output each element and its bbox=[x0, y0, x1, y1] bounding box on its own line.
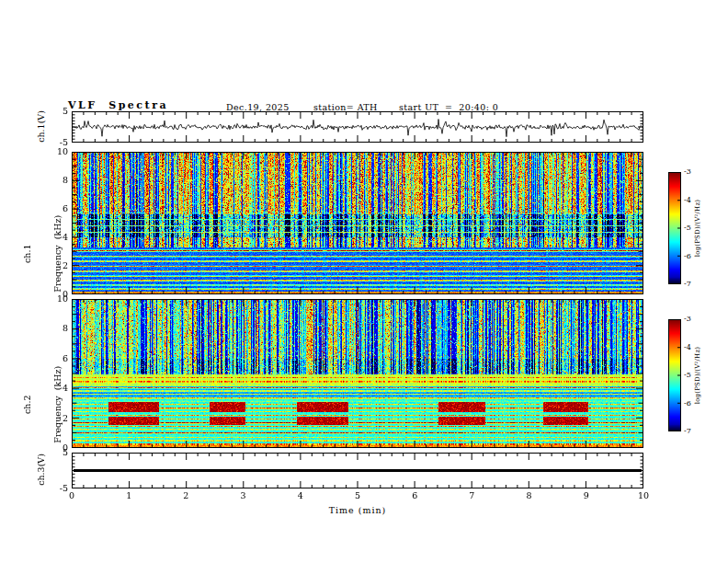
ch1-voltage-axis-label: ch.1(V) bbox=[37, 98, 47, 154]
x-tick-label: 3 bbox=[236, 491, 251, 500]
y-tick-label: 10 bbox=[48, 294, 68, 304]
x-tick-label: 5 bbox=[350, 491, 365, 500]
y-tick-label: 4 bbox=[48, 233, 68, 242]
y-tick-label: 6 bbox=[48, 354, 68, 363]
ch2-frequency-axis-label-line1: ch.2 bbox=[23, 349, 33, 461]
y-tick-label: 5 bbox=[48, 448, 68, 457]
x-tick-label: 2 bbox=[178, 491, 193, 500]
y-tick-label: -5 bbox=[48, 138, 68, 147]
figure-title: VLF Spectra bbox=[68, 99, 168, 111]
x-tick-label: 10 bbox=[636, 491, 651, 500]
y-tick-label: 8 bbox=[48, 324, 68, 333]
x-tick-label: 9 bbox=[579, 491, 594, 500]
y-tick-label: 5 bbox=[48, 107, 68, 116]
colorbar-ch1 bbox=[668, 172, 681, 284]
colorbar-tick-label: -5 bbox=[684, 372, 702, 379]
colorbar-tick-label: -3 bbox=[684, 168, 702, 176]
ch3-waveform-plot bbox=[72, 453, 643, 488]
vlf-spectra-figure: VLF Spectra Dec.19, 2025 station= ATH st… bbox=[0, 0, 728, 563]
colorbar-tick-label: -7 bbox=[684, 281, 702, 288]
y-tick-label: 8 bbox=[48, 176, 68, 185]
y-tick-label: -5 bbox=[48, 484, 68, 493]
colorbar-tick-label: -6 bbox=[684, 400, 702, 408]
ch1-spectrogram bbox=[72, 152, 643, 294]
colorbar-ch2 bbox=[668, 319, 681, 431]
colorbar-tick-label: -7 bbox=[684, 428, 702, 435]
ch2-spectrogram bbox=[72, 299, 643, 448]
ch1-waveform-plot bbox=[72, 111, 643, 143]
time-axis-label: Time (min) bbox=[72, 505, 643, 515]
ch1-frequency-axis-label-line1: ch.1 bbox=[23, 198, 33, 310]
y-tick-label: 2 bbox=[48, 261, 68, 270]
ch1-frequency-axis-label: ch.1 Frequency (kHz) bbox=[3, 198, 83, 310]
colorbar-tick-label: -4 bbox=[684, 344, 702, 351]
y-tick-label: 10 bbox=[48, 147, 68, 156]
colorbar-tick-label: -4 bbox=[684, 197, 702, 204]
x-tick-label: 7 bbox=[464, 491, 479, 500]
x-tick-label: 1 bbox=[121, 491, 136, 500]
colorbar-tick-label: -3 bbox=[684, 316, 702, 323]
colorbar-tick-label: -6 bbox=[684, 253, 702, 260]
x-tick-label: 6 bbox=[407, 491, 422, 500]
y-tick-label: 4 bbox=[48, 384, 68, 393]
colorbar-tick-label: -5 bbox=[684, 224, 702, 232]
y-tick-label: 2 bbox=[48, 414, 68, 423]
x-tick-label: 4 bbox=[293, 491, 308, 500]
x-tick-label: 8 bbox=[522, 491, 537, 500]
ch3-voltage-axis-label: ch.3(V) bbox=[37, 442, 47, 497]
y-tick-label: 6 bbox=[48, 204, 68, 213]
